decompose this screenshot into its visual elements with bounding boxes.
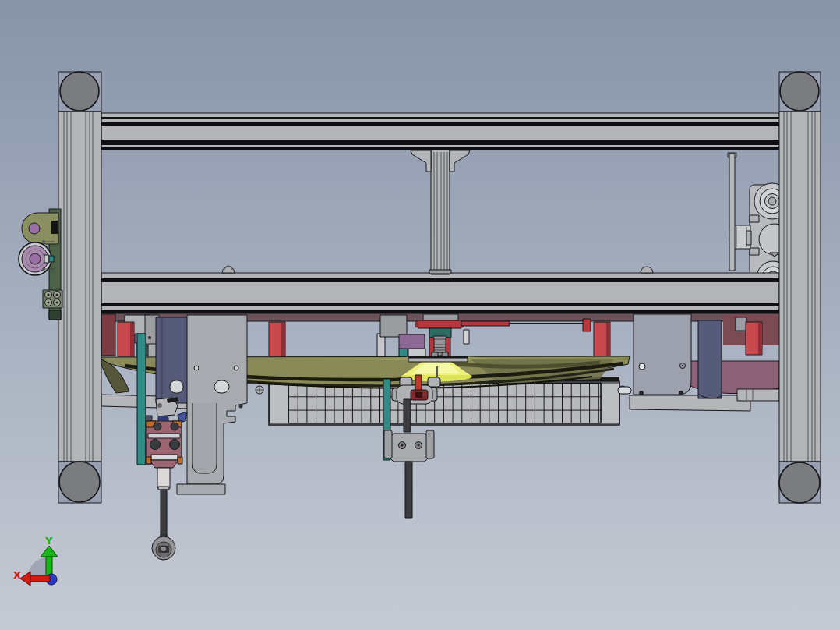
carrier-plate-right[interactable] bbox=[634, 314, 691, 395]
right-column[interactable] bbox=[779, 111, 821, 462]
plate-screw bbox=[679, 391, 683, 395]
cad-model-canvas[interactable]: Y X bbox=[0, 0, 840, 630]
standoff-2[interactable] bbox=[269, 322, 285, 356]
screw-block[interactable] bbox=[43, 290, 62, 308]
beam-screw-head bbox=[641, 267, 653, 273]
beam-screw-head bbox=[222, 267, 235, 273]
left-column[interactable] bbox=[58, 111, 101, 462]
top-beam[interactable] bbox=[101, 113, 779, 150]
probe-rod[interactable] bbox=[161, 490, 167, 536]
standoff-1[interactable] bbox=[118, 322, 134, 356]
plate-screw bbox=[639, 391, 644, 395]
ball-end[interactable] bbox=[152, 535, 175, 560]
gripper-screw bbox=[171, 423, 178, 430]
pneumatic-gripper[interactable] bbox=[146, 397, 187, 560]
center-post[interactable] bbox=[411, 150, 470, 274]
gripper-screw bbox=[154, 423, 161, 430]
y-axis-label: Y bbox=[44, 535, 53, 547]
gusset-right bbox=[450, 150, 470, 172]
guide-bar-left[interactable] bbox=[137, 334, 146, 465]
standoff-4[interactable] bbox=[746, 322, 762, 355]
plate-screw bbox=[639, 363, 645, 370]
corner-cap-bottom-left[interactable] bbox=[58, 462, 101, 503]
navy-slide-block-right[interactable] bbox=[698, 320, 722, 398]
standoff-3[interactable] bbox=[594, 322, 610, 356]
left-belt-pulley-assembly[interactable] bbox=[19, 209, 62, 320]
belt-rod[interactable] bbox=[729, 154, 735, 271]
gusset-left bbox=[411, 150, 431, 172]
viewport[interactable]: Y X bbox=[0, 0, 840, 630]
corner-cap-bottom-right[interactable] bbox=[779, 462, 821, 503]
orientation-triad[interactable]: Y X bbox=[13, 535, 58, 586]
x-axis-label: X bbox=[13, 569, 21, 581]
corner-cap-top-right[interactable] bbox=[779, 72, 821, 111]
plate-screw bbox=[194, 366, 199, 370]
plate-screw bbox=[239, 405, 243, 409]
middle-beam[interactable] bbox=[101, 273, 779, 313]
plate-screw bbox=[234, 366, 238, 370]
rod-clamp-block[interactable] bbox=[388, 434, 430, 462]
corner-cap-top-left[interactable] bbox=[58, 72, 101, 111]
